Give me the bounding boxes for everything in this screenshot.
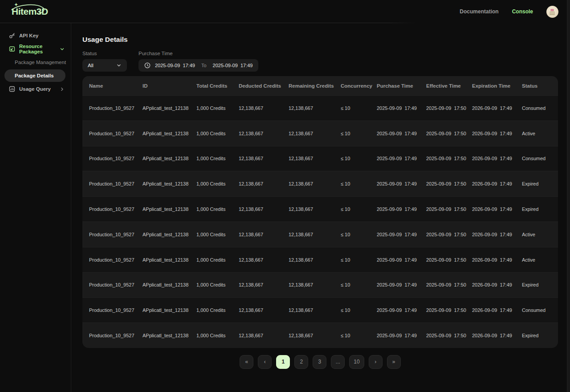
cell-id: APplicatl_test_12138 xyxy=(142,181,196,186)
table-header-row: NameIDTotal CreditsDeducted CreditsRemai… xyxy=(82,76,558,95)
cell-expiration-time: 2026-09-09 17:49 xyxy=(472,333,522,338)
cell-purchase-time: 2025-09-09 17:49 xyxy=(377,105,426,111)
cell-deducted-credits: 12,138,667 xyxy=(239,307,289,313)
cell-remaining-credits: 12,138,667 xyxy=(289,131,341,136)
status-filter-label: Status xyxy=(82,51,127,56)
purchase-time-filter: Purchase Time 2025-09-09 17:49 To 2025-0… xyxy=(138,51,258,72)
cell-total-credits: 1,000 Credits xyxy=(196,206,239,212)
cell-remaining-credits: 12,138,667 xyxy=(289,257,341,263)
page-3-button[interactable]: 3 xyxy=(313,355,326,369)
cell-status: Expired xyxy=(522,206,558,212)
cell-total-credits: 1,000 Credits xyxy=(196,131,239,136)
column-header: Effective Time xyxy=(426,83,472,89)
column-header: Remaining Credits xyxy=(289,83,341,89)
cell-purchase-time: 2025-09-09 17:49 xyxy=(377,156,426,161)
cell-id: APplicatl_test_12138 xyxy=(142,206,196,212)
status-select[interactable]: All xyxy=(82,59,127,72)
purchase-time-range-picker[interactable]: 2025-09-09 17:49 To 2025-09-09 17:49 xyxy=(138,59,258,72)
cell-remaining-credits: 12,138,667 xyxy=(289,307,341,313)
cell-status: Active xyxy=(522,257,558,263)
page-1-button[interactable]: 1 xyxy=(276,355,290,369)
sidebar-item-package-management[interactable]: Package Management xyxy=(0,56,71,69)
sidebar-item-usage-query[interactable]: Usage Query xyxy=(0,82,71,96)
cell-purchase-time: 2025-09-09 17:49 xyxy=(377,181,426,186)
cell-purchase-time: 2025-09-09 17:49 xyxy=(377,333,426,338)
sidebar-item-label: Package Details xyxy=(15,73,54,78)
sidebar-item-label: API Key xyxy=(19,33,38,38)
sidebar-item-label: Resource Packages xyxy=(19,44,52,54)
cell-remaining-credits: 12,138,667 xyxy=(289,232,341,237)
cell-purchase-time: 2025-09-09 17:49 xyxy=(377,282,426,287)
cell-concurrency: ≤ 10 xyxy=(341,131,377,136)
cell-effective-time: 2025-09-09 17:50 xyxy=(426,131,472,136)
cell-deducted-credits: 12,138,667 xyxy=(239,181,289,186)
cell-name: Production_10_9527 xyxy=(89,257,142,263)
next-page-button[interactable]: › xyxy=(369,355,383,369)
sidebar-item-label: Usage Query xyxy=(19,86,51,92)
sidebar-item-api-key[interactable]: API Key xyxy=(0,29,71,42)
first-page-button[interactable]: « xyxy=(240,355,253,369)
cell-effective-time: 2025-09-09 17:50 xyxy=(426,181,472,186)
cell-expiration-time: 2026-09-09 17:49 xyxy=(472,181,522,186)
clock-icon xyxy=(144,62,151,69)
sidebar-item-resource-packages[interactable]: Resource Packages xyxy=(0,42,71,56)
cell-concurrency: ≤ 10 xyxy=(341,333,377,338)
cell-concurrency: ≤ 10 xyxy=(341,156,377,161)
cell-id: APplicatl_test_12138 xyxy=(142,307,196,313)
date-range-to-label: To xyxy=(201,63,207,68)
documentation-link[interactable]: Documentation xyxy=(460,8,498,15)
cell-concurrency: ≤ 10 xyxy=(341,206,377,212)
cell-deducted-credits: 12,138,667 xyxy=(239,206,289,212)
page-10-button[interactable]: 10 xyxy=(349,355,364,369)
cell-total-credits: 1,000 Credits xyxy=(196,156,239,161)
sidebar-item-package-details[interactable]: Package Details xyxy=(4,69,65,82)
column-header: Deducted Credits xyxy=(239,83,289,89)
cell-status: Consumed xyxy=(522,156,558,161)
cell-status: Active xyxy=(522,131,558,136)
pagination: «‹123...10›» xyxy=(82,355,558,369)
cell-id: APplicatl_test_12138 xyxy=(142,156,196,161)
cell-expiration-time: 2026-09-09 17:49 xyxy=(472,105,522,111)
cell-expiration-time: 2026-09-09 17:49 xyxy=(472,232,522,237)
cell-name: Production_10_9527 xyxy=(89,232,142,237)
date-from-value[interactable]: 2025-09-09 17:49 xyxy=(155,63,195,68)
cell-concurrency: ≤ 10 xyxy=(341,257,377,263)
cell-status: Expired xyxy=(522,181,558,186)
status-filter: Status All xyxy=(82,51,127,72)
console-link[interactable]: Console xyxy=(512,8,533,15)
cell-effective-time: 2025-09-09 17:50 xyxy=(426,105,472,111)
cell-name: Production_10_9527 xyxy=(89,105,142,111)
cell-remaining-credits: 12,138,667 xyxy=(289,333,341,338)
cell-concurrency: ≤ 10 xyxy=(341,181,377,186)
cell-effective-time: 2025-09-09 17:50 xyxy=(426,333,472,338)
cell-total-credits: 1,000 Credits xyxy=(196,282,239,287)
sidebar-item-label: Package Management xyxy=(15,60,66,65)
column-header: Concurrency xyxy=(341,83,377,89)
top-navigation: Documentation Console xyxy=(460,6,558,18)
date-to-value[interactable]: 2025-09-09 17:49 xyxy=(213,63,253,68)
purchase-time-filter-label: Purchase Time xyxy=(138,51,258,56)
cell-purchase-time: 2025-09-09 17:49 xyxy=(377,307,426,313)
cell-id: APplicatl_test_12138 xyxy=(142,257,196,263)
cell-status: Active xyxy=(522,232,558,237)
main-content: Usage Details Status All Purchase Time xyxy=(71,23,570,392)
ellipsis-button[interactable]: ... xyxy=(331,355,345,369)
user-avatar[interactable] xyxy=(546,6,558,18)
last-page-button[interactable]: » xyxy=(387,355,401,369)
table-row: Production_10_9527APplicatl_test_121381,… xyxy=(82,95,558,121)
cell-name: Production_10_9527 xyxy=(89,181,142,186)
scrollbar-track[interactable] xyxy=(567,0,570,392)
cell-deducted-credits: 12,138,667 xyxy=(239,156,289,161)
cell-deducted-credits: 12,138,667 xyxy=(239,282,289,287)
table-row: Production_10_9527APplicatl_test_121381,… xyxy=(82,146,558,171)
cell-name: Production_10_9527 xyxy=(89,206,142,212)
cell-expiration-time: 2026-09-09 17:49 xyxy=(472,257,522,263)
cell-name: Production_10_9527 xyxy=(89,131,142,136)
cell-deducted-credits: 12,138,667 xyxy=(239,232,289,237)
prev-page-button[interactable]: ‹ xyxy=(258,355,272,369)
page-2-button[interactable]: 2 xyxy=(294,355,308,369)
cell-remaining-credits: 12,138,667 xyxy=(289,206,341,212)
status-select-value: All xyxy=(88,63,94,68)
hitem3d-logo[interactable]: ✦ Hitem3D xyxy=(11,6,48,17)
cell-remaining-credits: 12,138,667 xyxy=(289,282,341,287)
